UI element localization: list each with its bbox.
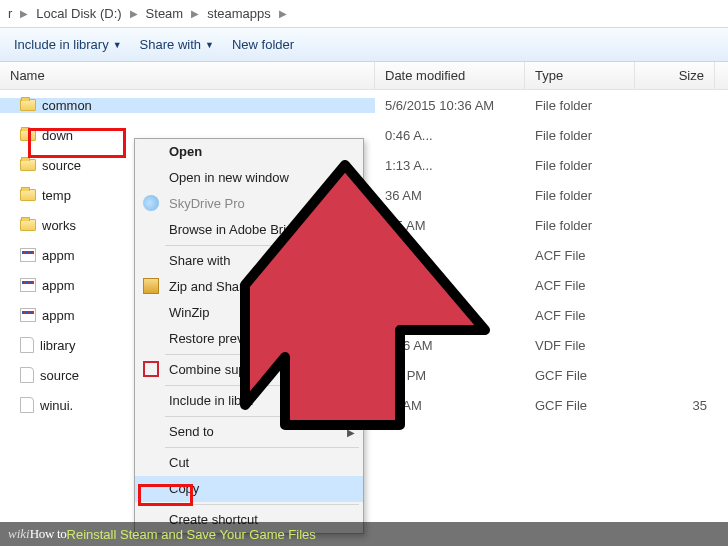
- menu-item[interactable]: Share with▶: [135, 248, 363, 274]
- menu-item[interactable]: Open in new window: [135, 165, 363, 191]
- share-with-button[interactable]: Share with▼: [140, 37, 214, 52]
- file-name: temp: [42, 188, 71, 203]
- file-type: ACF File: [525, 308, 635, 323]
- include-in-library-button[interactable]: Include in library▼: [14, 37, 122, 52]
- file-list[interactable]: common5/6/2015 10:36 AMFile folderdown0:…: [0, 90, 728, 420]
- acf-icon: [20, 308, 36, 322]
- table-row[interactable]: appm10:04ACF File: [0, 240, 728, 270]
- folder-icon: [20, 159, 36, 171]
- toolbar: Include in library▼ Share with▼ New fold…: [0, 28, 728, 62]
- file-icon: [20, 337, 34, 353]
- chevron-right-icon: ▶: [347, 424, 355, 442]
- file-type: GCF File: [525, 398, 635, 413]
- file-type: File folder: [525, 158, 635, 173]
- folder-icon: [20, 219, 36, 231]
- table-row[interactable]: winui.36 AMGCF File35: [0, 390, 728, 420]
- file-type: File folder: [525, 128, 635, 143]
- menu-item[interactable]: Open: [135, 139, 363, 165]
- chevron-right-icon: ▶: [20, 8, 28, 19]
- folder-icon: [20, 189, 36, 201]
- column-date[interactable]: Date modified: [375, 62, 525, 89]
- file-date: 1:13 A...: [375, 158, 525, 173]
- file-name: source: [42, 158, 81, 173]
- menu-item[interactable]: Cut: [135, 450, 363, 476]
- caption-how: How to: [30, 526, 67, 542]
- file-date: :45 AM: [375, 218, 525, 233]
- file-type: GCF File: [525, 368, 635, 383]
- file-date: 0:46 AM: [375, 338, 525, 353]
- column-name[interactable]: Name: [0, 62, 375, 89]
- table-row[interactable]: source:43 PMGCF File: [0, 360, 728, 390]
- menu-item[interactable]: Restore previous versio: [135, 326, 363, 352]
- menu-item[interactable]: Include in libra▶: [135, 388, 363, 414]
- combine-icon: [143, 361, 159, 377]
- file-size: 35: [635, 398, 715, 413]
- table-row[interactable]: appm32 AMACF File: [0, 300, 728, 330]
- column-size[interactable]: Size: [635, 62, 715, 89]
- caret-down-icon: ▼: [113, 40, 122, 50]
- file-name: common: [42, 98, 92, 113]
- chevron-right-icon: ▶: [191, 8, 199, 19]
- file-type: File folder: [525, 188, 635, 203]
- breadcrumb-item[interactable]: Steam: [144, 4, 186, 23]
- menu-item[interactable]: Send to▶: [135, 419, 363, 445]
- chevron-right-icon: ▶: [130, 8, 138, 19]
- breadcrumb[interactable]: r ▶ Local Disk (D:) ▶ Steam ▶ steamapps …: [0, 0, 728, 28]
- file-date: 36 AM: [375, 398, 525, 413]
- file-type: ACF File: [525, 248, 635, 263]
- menu-item[interactable]: SkyDrive Pro▶: [135, 191, 363, 217]
- column-type[interactable]: Type: [525, 62, 635, 89]
- skydrive-icon: [143, 195, 159, 211]
- zip-icon: [143, 278, 159, 294]
- table-row[interactable]: works:45 AMFile folder: [0, 210, 728, 240]
- chevron-right-icon: ▶: [347, 305, 355, 323]
- table-row[interactable]: library0:46 AMVDF File: [0, 330, 728, 360]
- breadcrumb-item[interactable]: steamapps: [205, 4, 273, 23]
- table-row[interactable]: temp36 AMFile folder: [0, 180, 728, 210]
- new-folder-button[interactable]: New folder: [232, 37, 294, 52]
- chevron-right-icon: ▶: [347, 393, 355, 411]
- file-name: winui.: [40, 398, 73, 413]
- file-date: 36 AM: [375, 188, 525, 203]
- file-name: works: [42, 218, 76, 233]
- table-row[interactable]: appmACF File: [0, 270, 728, 300]
- menu-item[interactable]: Zip and Share (WinZip Exp: [135, 274, 363, 300]
- menu-item[interactable]: WinZip▶: [135, 300, 363, 326]
- file-icon: [20, 397, 34, 413]
- caret-down-icon: ▼: [205, 40, 214, 50]
- file-type: ACF File: [525, 278, 635, 293]
- file-icon: [20, 367, 34, 383]
- folder-icon: [20, 129, 36, 141]
- breadcrumb-item[interactable]: Local Disk (D:): [34, 4, 123, 23]
- folder-icon: [20, 99, 36, 111]
- file-type: File folder: [525, 98, 635, 113]
- file-date: 10:04: [375, 248, 525, 263]
- column-headers: Name Date modified Type Size: [0, 62, 728, 90]
- chevron-right-icon: ▶: [347, 253, 355, 271]
- file-name: library: [40, 338, 75, 353]
- file-date: 32 AM: [375, 308, 525, 323]
- table-row[interactable]: down0:46 A...File folder: [0, 120, 728, 150]
- menu-item[interactable]: Copy: [135, 476, 363, 502]
- table-row[interactable]: common5/6/2015 10:36 AMFile folder: [0, 90, 728, 120]
- caption-bar: wiki How to Reinstall Steam and Save You…: [0, 522, 728, 546]
- caption-title: Reinstall Steam and Save Your Game Files: [67, 527, 316, 542]
- table-row[interactable]: source1:13 A...File folder: [0, 150, 728, 180]
- menu-item[interactable]: Combine supporte: [135, 357, 363, 383]
- breadcrumb-item[interactable]: r: [6, 4, 14, 23]
- file-name: down: [42, 128, 73, 143]
- acf-icon: [20, 248, 36, 262]
- file-date: :43 PM: [375, 368, 525, 383]
- file-type: File folder: [525, 218, 635, 233]
- chevron-right-icon: ▶: [347, 196, 355, 214]
- menu-item[interactable]: Browse in Adobe Bridge CS6: [135, 217, 363, 243]
- file-date: 0:46 A...: [375, 128, 525, 143]
- acf-icon: [20, 278, 36, 292]
- file-name: appm: [42, 308, 75, 323]
- file-name: source: [40, 368, 79, 383]
- caption-logo: wiki: [8, 526, 30, 542]
- chevron-right-icon: ▶: [279, 8, 287, 19]
- context-menu[interactable]: OpenOpen in new windowSkyDrive Pro▶Brows…: [134, 138, 364, 534]
- file-type: VDF File: [525, 338, 635, 353]
- file-name: appm: [42, 278, 75, 293]
